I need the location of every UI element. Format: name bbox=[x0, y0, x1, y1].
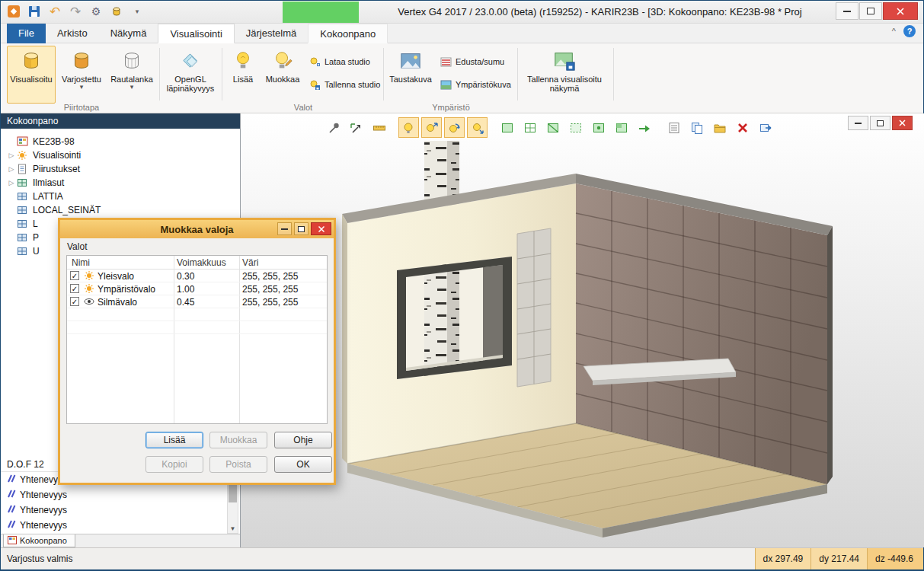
undo-icon[interactable]: ↶ bbox=[46, 3, 63, 20]
tree-item-root[interactable]: KE23B-98 bbox=[1, 135, 240, 148]
light-lock-icon[interactable] bbox=[398, 117, 419, 138]
ruler-icon[interactable] bbox=[369, 117, 389, 138]
box-section-icon[interactable] bbox=[542, 117, 563, 138]
tree-item-piirustukset[interactable]: ▷ Piirustukset bbox=[1, 162, 240, 176]
light-rotate-icon[interactable] bbox=[444, 117, 465, 138]
configurations-icon bbox=[17, 177, 30, 189]
constraint-row[interactable]: Yhtenevyys bbox=[1, 487, 240, 502]
box-wire-icon[interactable] bbox=[520, 117, 540, 138]
muokkaa-button[interactable]: Muokkaa bbox=[209, 432, 267, 448]
app-window: ↶ ↷ ⚙ ▾ Vertex G4 2017 / 23.0.00 (beta) … bbox=[0, 0, 924, 571]
light-row-ymparistovalo[interactable]: ✓ Ympäristövalo 1.00 255, 255, 255 bbox=[67, 282, 327, 295]
add-light-button[interactable]: Lisää bbox=[225, 46, 261, 104]
dialog-title: Muokkaa valoja bbox=[160, 224, 233, 235]
lights-group-label: Valot bbox=[67, 241, 87, 252]
dialog-maximize-button[interactable] bbox=[294, 222, 309, 235]
copy-icon[interactable] bbox=[686, 117, 707, 138]
tab-nakyma[interactable]: Näkymä bbox=[99, 24, 158, 43]
save-icon[interactable] bbox=[26, 3, 43, 20]
constraint-icon bbox=[6, 474, 16, 486]
foreground-fog-button[interactable]: Edusta/sumu bbox=[436, 53, 507, 71]
viewport-restore-button[interactable] bbox=[870, 116, 890, 130]
environment-image-button[interactable]: Ympäristökuva bbox=[436, 75, 514, 94]
save-visualized-view-button[interactable]: Tallenna visualisoitu näkymä bbox=[522, 46, 607, 104]
delete-icon[interactable] bbox=[732, 117, 753, 138]
constraint-row[interactable]: Yhtenevyys bbox=[1, 518, 240, 533]
constraint-icon bbox=[6, 504, 16, 516]
folder-icon[interactable] bbox=[709, 117, 730, 138]
light-row-yleisvalo[interactable]: ✓ Yleisvalo 0.30 255, 255, 255 bbox=[67, 270, 327, 282]
lightbulb-icon bbox=[231, 49, 255, 73]
varjostettu-button[interactable]: Varjostettu ▾ bbox=[57, 46, 106, 104]
lights-table: Nimi Voimakkuus Väri ✓ Yleisvalo 0.30 25… bbox=[66, 255, 328, 424]
viewport-close-button[interactable] bbox=[892, 116, 913, 130]
edit-light-button[interactable]: Muokkaa bbox=[262, 46, 303, 104]
ok-button[interactable]: OK bbox=[274, 456, 332, 473]
light-target-icon[interactable] bbox=[467, 117, 488, 138]
box-shaded-icon[interactable] bbox=[497, 117, 517, 138]
3d-viewport[interactable] bbox=[241, 113, 924, 547]
constraint-row[interactable]: Yhtenevyys bbox=[1, 502, 240, 518]
tree-item-visualisointi[interactable]: ▷ Visualisointi bbox=[1, 148, 240, 162]
ohje-button[interactable]: Ohje bbox=[274, 432, 332, 448]
box-zones-icon[interactable] bbox=[611, 117, 631, 138]
poista-button[interactable]: Poista bbox=[209, 456, 267, 473]
tree-item-local-seinat[interactable]: LOCAL_SEINÄT bbox=[1, 203, 240, 217]
rautalanka-dropdown-icon[interactable]: ▾ bbox=[130, 84, 134, 90]
lisaa-button[interactable]: Lisää bbox=[145, 432, 203, 448]
quick-access-dropdown-icon[interactable]: ▾ bbox=[129, 3, 145, 20]
expander-icon[interactable]: ▷ bbox=[6, 179, 17, 187]
maximize-button[interactable] bbox=[859, 2, 882, 20]
visualisoitu-button[interactable]: Visualisoitu bbox=[7, 46, 56, 104]
tab-arkisto[interactable]: Arkisto bbox=[46, 24, 99, 43]
minimize-button[interactable] bbox=[836, 2, 858, 20]
background-image-icon bbox=[398, 49, 423, 73]
viewport-minimize-button[interactable] bbox=[848, 116, 868, 130]
expander-icon[interactable]: ▷ bbox=[6, 152, 17, 159]
redo-icon[interactable]: ↷ bbox=[67, 3, 84, 20]
3d-viewport-canvas[interactable] bbox=[241, 113, 924, 547]
material-bucket-icon[interactable] bbox=[108, 3, 125, 20]
tab-visualisointi[interactable]: Visualisointi bbox=[158, 24, 234, 43]
viewport-window-controls bbox=[848, 116, 913, 130]
close-button[interactable] bbox=[883, 2, 918, 20]
dialog-minimize-button[interactable] bbox=[277, 222, 292, 235]
expander-icon[interactable]: ▷ bbox=[6, 165, 17, 173]
ribbon-separator bbox=[222, 48, 222, 100]
tab-file[interactable]: File bbox=[7, 24, 46, 43]
ribbon-separator bbox=[613, 48, 614, 100]
light-checkbox[interactable]: ✓ bbox=[70, 271, 79, 280]
light-checkbox[interactable]: ✓ bbox=[70, 297, 79, 306]
light-checkbox[interactable]: ✓ bbox=[70, 284, 79, 293]
bottom-tab-kokoonpano[interactable]: Kokoonpano bbox=[3, 534, 75, 547]
box-hidden-icon[interactable] bbox=[565, 117, 586, 138]
tab-kokoonpano[interactable]: Kokoonpano bbox=[308, 24, 388, 43]
save-studio-button[interactable]: Tallenna studio bbox=[305, 75, 383, 94]
box-transparent-icon[interactable] bbox=[588, 117, 609, 138]
app-logo-icon[interactable] bbox=[5, 3, 22, 20]
send-view-icon[interactable] bbox=[755, 117, 775, 138]
list-icon[interactable] bbox=[663, 117, 684, 138]
scrollbar-down-icon[interactable]: ▼ bbox=[228, 525, 238, 532]
light-move-icon[interactable] bbox=[421, 117, 442, 138]
tree-item-ilmiasut[interactable]: ▷ Ilmiasut bbox=[1, 176, 240, 190]
load-studio-button[interactable]: Lataa studio bbox=[305, 53, 373, 71]
rautalanka-button[interactable]: Rautalanka ▾ bbox=[107, 46, 156, 104]
titlebar[interactable]: ↶ ↷ ⚙ ▾ Vertex G4 2017 / 23.0.00 (beta) … bbox=[1, 1, 923, 24]
constraint-icon bbox=[6, 519, 16, 531]
dialog-titlebar[interactable]: Muokkaa valoja bbox=[60, 220, 334, 238]
background-image-button[interactable]: Taustakuva bbox=[388, 46, 433, 104]
help-icon[interactable]: ? bbox=[903, 25, 916, 37]
light-row-silmavalo[interactable]: ✓ Silmävalo 0.45 255, 255, 255 bbox=[67, 295, 327, 308]
dialog-close-button[interactable] bbox=[311, 222, 331, 235]
kopioi-button[interactable]: Kopioi bbox=[145, 456, 203, 473]
tree-item-lattia[interactable]: LATTIA bbox=[1, 190, 240, 203]
snap-arrow-icon[interactable] bbox=[346, 117, 366, 138]
varjostettu-dropdown-icon[interactable]: ▾ bbox=[80, 84, 84, 90]
model-export-icon[interactable] bbox=[634, 117, 654, 138]
settings-gear-icon[interactable]: ⚙ bbox=[88, 3, 104, 20]
opengl-transparency-button[interactable]: OpenGL läpinäkyvyys bbox=[162, 46, 219, 104]
collapse-ribbon-icon[interactable]: ^ bbox=[892, 27, 896, 36]
pushpin-icon[interactable] bbox=[323, 117, 344, 138]
tab-jarjestelma[interactable]: Järjestelmä bbox=[235, 24, 308, 43]
